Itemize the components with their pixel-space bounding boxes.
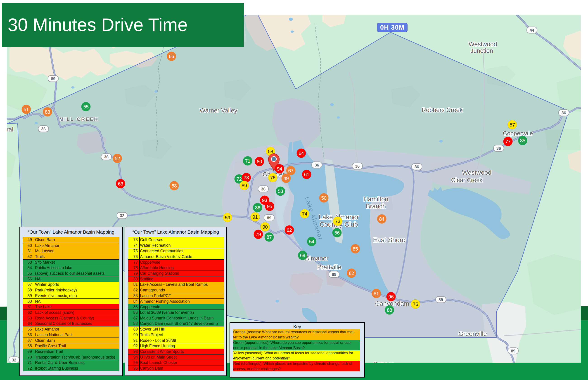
svg-text:81: 81: [374, 291, 379, 296]
svg-text:96: 96: [388, 294, 394, 300]
svg-text:53: 53: [278, 189, 283, 194]
svg-text:36: 36: [415, 165, 419, 169]
svg-text:63: 63: [118, 181, 123, 187]
svg-text:52: 52: [115, 156, 120, 161]
svg-text:68: 68: [172, 183, 177, 189]
svg-text:93: 93: [262, 198, 267, 203]
svg-text:50: 50: [321, 195, 326, 201]
svg-text:72: 72: [237, 176, 242, 182]
svg-text:89: 89: [51, 76, 55, 81]
svg-text:91: 91: [253, 214, 258, 220]
svg-text:Warner Valley: Warner Valley: [200, 107, 238, 114]
svg-text:East Shore: East Shore: [373, 236, 405, 244]
svg-text:36: 36: [261, 187, 265, 191]
svg-text:62: 62: [287, 228, 292, 233]
svg-text:83: 83: [45, 109, 50, 115]
svg-text:89: 89: [242, 183, 247, 189]
svg-text:90: 90: [263, 224, 268, 230]
svg-text:77: 77: [506, 139, 511, 144]
svg-text:44: 44: [530, 28, 534, 33]
svg-text:36: 36: [41, 127, 46, 131]
svg-text:84: 84: [379, 216, 385, 222]
svg-text:Junction: Junction: [470, 47, 493, 54]
svg-text:ral: ral: [7, 126, 13, 133]
svg-text:Branch: Branch: [366, 203, 386, 210]
svg-text:36: 36: [496, 146, 501, 151]
svg-text:Clear Creek: Clear Creek: [451, 177, 483, 183]
svg-text:78: 78: [244, 175, 249, 181]
svg-text:71: 71: [245, 158, 250, 164]
svg-text:51: 51: [24, 107, 29, 112]
svg-text:95: 95: [267, 204, 272, 209]
svg-text:56: 56: [334, 230, 340, 236]
svg-text:36: 36: [104, 155, 109, 159]
svg-text:64: 64: [299, 151, 304, 156]
svg-text:59: 59: [225, 215, 230, 221]
svg-text:Seneca: Seneca: [373, 361, 395, 363]
svg-text:75: 75: [413, 302, 418, 307]
svg-text:65: 65: [353, 246, 358, 252]
svg-text:36: 36: [355, 164, 360, 169]
svg-text:57: 57: [510, 122, 515, 128]
svg-text:49: 49: [284, 176, 289, 181]
svg-text:Robbers Creek: Robbers Creek: [422, 107, 463, 114]
svg-text:89: 89: [267, 216, 271, 220]
svg-text:88: 88: [387, 307, 392, 313]
svg-text:61: 61: [304, 172, 309, 177]
svg-text:32: 32: [12, 358, 16, 362]
svg-text:54: 54: [309, 239, 314, 245]
svg-text:89: 89: [511, 349, 515, 353]
svg-text:89: 89: [439, 298, 443, 302]
svg-text:Coppervale: Coppervale: [503, 130, 533, 137]
svg-text:55: 55: [83, 104, 89, 110]
svg-text:67: 67: [288, 168, 294, 173]
svg-text:32: 32: [120, 213, 124, 218]
svg-text:Westwood: Westwood: [468, 41, 497, 48]
svg-text:89: 89: [332, 272, 336, 277]
svg-text:Hamilton: Hamilton: [364, 196, 388, 203]
svg-text:Almanor: Almanor: [305, 255, 329, 262]
svg-text:Greenville: Greenville: [458, 330, 487, 337]
svg-text:82: 82: [349, 271, 354, 276]
svg-text:Westwood: Westwood: [462, 169, 491, 176]
svg-text:Prattville: Prattville: [317, 264, 341, 271]
svg-text:74: 74: [302, 211, 307, 217]
svg-text:76: 76: [270, 175, 275, 181]
svg-text:79: 79: [256, 232, 261, 237]
svg-text:86: 86: [255, 205, 260, 210]
svg-text:94: 94: [277, 166, 282, 172]
svg-text:36: 36: [562, 111, 566, 115]
svg-text:87: 87: [267, 234, 272, 240]
svg-text:58: 58: [268, 149, 273, 154]
svg-text:73: 73: [335, 219, 340, 224]
svg-text:80: 80: [257, 159, 262, 165]
svg-text:85: 85: [520, 138, 525, 143]
svg-text:66: 66: [169, 54, 174, 59]
svg-text:36: 36: [315, 163, 319, 167]
svg-text:69: 69: [300, 253, 305, 258]
svg-text:MILL CREEK: MILL CREEK: [59, 116, 99, 122]
